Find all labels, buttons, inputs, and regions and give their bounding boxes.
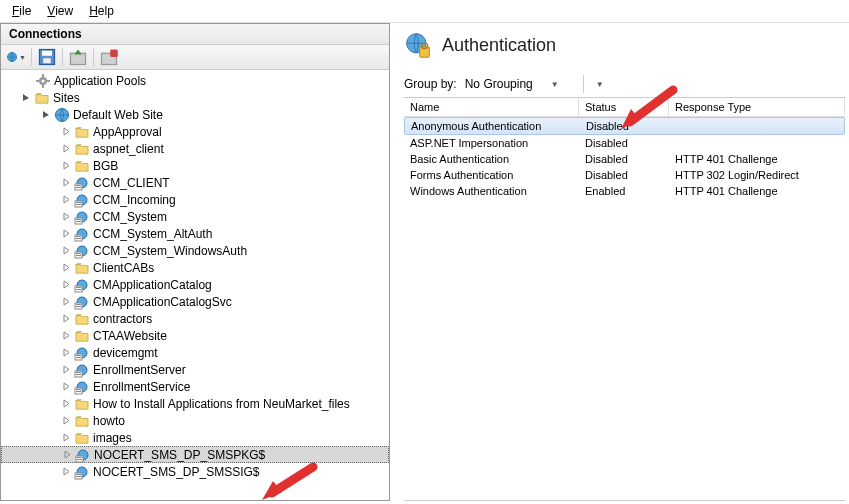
svg-rect-37 xyxy=(76,289,81,290)
tree-item[interactable]: How to Install Applications from NeuMark… xyxy=(1,395,389,412)
app-icon xyxy=(74,379,90,395)
folder-icon xyxy=(74,260,90,276)
column-name[interactable]: Name xyxy=(404,98,579,117)
svg-rect-61 xyxy=(76,476,81,477)
list-row[interactable]: Windows AuthenticationEnabledHTTP 401 Ch… xyxy=(404,183,845,199)
groupby-extra-dropdown[interactable]: ▼ xyxy=(596,80,604,89)
tree-item[interactable]: EnrollmentServer xyxy=(1,361,389,378)
svg-rect-52 xyxy=(76,389,81,390)
tree-expand-icon[interactable] xyxy=(61,415,72,426)
connections-tree[interactable]: Application PoolsSitesDefault Web SiteAp… xyxy=(1,70,389,500)
tree-item[interactable]: aspnet_client xyxy=(1,140,389,157)
nav-up-button[interactable] xyxy=(67,47,89,67)
folder-icon xyxy=(74,158,90,174)
tree-expand-icon[interactable] xyxy=(61,313,72,324)
svg-rect-48 xyxy=(76,372,81,373)
menu-file[interactable]: File xyxy=(12,4,31,18)
tree-expand-icon[interactable] xyxy=(61,296,72,307)
tree-expand-icon[interactable] xyxy=(61,143,72,154)
connections-panel: Connections ▼ Application PoolsSitesDefa… xyxy=(0,23,390,501)
tree-item[interactable]: ClientCABs xyxy=(1,259,389,276)
tree-expand-icon[interactable] xyxy=(61,364,72,375)
tree-item[interactable]: BGB xyxy=(1,157,389,174)
tree-item[interactable]: CMApplicationCatalogSvc xyxy=(1,293,389,310)
list-row[interactable]: ASP.NET ImpersonationDisabled xyxy=(404,135,845,151)
save-button[interactable] xyxy=(36,47,58,67)
tree-item[interactable]: CCM_Incoming xyxy=(1,191,389,208)
folder-icon xyxy=(74,141,90,157)
connections-title: Connections xyxy=(1,24,389,45)
svg-rect-25 xyxy=(76,221,81,222)
list-row[interactable]: Anonymous AuthenticationDisabled xyxy=(404,117,845,135)
tree-item[interactable]: EnrollmentService xyxy=(1,378,389,395)
tree-expand-icon[interactable] xyxy=(61,126,72,137)
column-status[interactable]: Status xyxy=(579,98,669,117)
tree-expand-icon[interactable] xyxy=(61,211,72,222)
tree-item[interactable]: NOCERT_SMS_DP_SMSSIG$ xyxy=(1,463,389,480)
menu-view[interactable]: View xyxy=(47,4,73,18)
svg-rect-3 xyxy=(43,58,51,63)
tree-item[interactable]: CCM_System xyxy=(1,208,389,225)
menu-help[interactable]: Help xyxy=(89,4,114,18)
tree-expand-icon[interactable] xyxy=(61,466,72,477)
tree-expand-icon[interactable] xyxy=(61,194,72,205)
svg-rect-33 xyxy=(76,255,81,256)
list-header: Name Status Response Type xyxy=(404,98,845,117)
tree-expand-icon[interactable] xyxy=(61,381,72,392)
tree-expand-icon[interactable] xyxy=(61,330,72,341)
tree-expand-icon[interactable] xyxy=(61,262,72,273)
groupby-select[interactable]: No Grouping ▼ xyxy=(463,76,561,92)
app-icon xyxy=(74,175,90,191)
svg-rect-32 xyxy=(76,253,81,254)
tree-expand-icon[interactable] xyxy=(61,347,72,358)
svg-rect-8 xyxy=(42,74,44,77)
tree-collapse-icon[interactable] xyxy=(41,109,52,120)
svg-rect-29 xyxy=(76,238,81,239)
connect-button[interactable]: ▼ xyxy=(5,47,27,67)
tree-item[interactable]: contractors xyxy=(1,310,389,327)
tree-collapse-icon[interactable] xyxy=(21,92,32,103)
list-row[interactable]: Forms AuthenticationDisabledHTTP 302 Log… xyxy=(404,167,845,183)
tree-expand-icon[interactable] xyxy=(61,432,72,443)
list-row[interactable]: Basic AuthenticationDisabledHTTP 401 Cha… xyxy=(404,151,845,167)
app-icon xyxy=(74,209,90,225)
tree-expand-icon[interactable] xyxy=(61,177,72,188)
tree-item-sites[interactable]: Sites xyxy=(1,89,389,106)
tree-expand-icon[interactable] xyxy=(61,279,72,290)
tree-expand-icon[interactable] xyxy=(62,449,73,460)
tree-item[interactable]: AppApproval xyxy=(1,123,389,140)
folder-icon xyxy=(74,430,90,446)
folder-icon xyxy=(74,328,90,344)
tree-item[interactable]: CCM_CLIENT xyxy=(1,174,389,191)
stop-button[interactable] xyxy=(98,47,120,67)
tree-item[interactable]: CCM_System_WindowsAuth xyxy=(1,242,389,259)
column-response[interactable]: Response Type xyxy=(669,98,845,117)
tree-item[interactable]: CTAAWebsite xyxy=(1,327,389,344)
tree-item[interactable]: images xyxy=(1,429,389,446)
svg-rect-17 xyxy=(76,187,81,188)
svg-rect-49 xyxy=(76,374,81,375)
svg-rect-44 xyxy=(76,355,81,356)
authentication-list: Name Status Response Type Anonymous Auth… xyxy=(404,97,845,501)
tree-item-default-site[interactable]: Default Web Site xyxy=(1,106,389,123)
svg-rect-16 xyxy=(76,185,81,186)
app-icon xyxy=(74,362,90,378)
svg-rect-6 xyxy=(110,50,118,58)
tree-item[interactable]: CMApplicationCatalog xyxy=(1,276,389,293)
gear-icon xyxy=(35,73,51,89)
tree-item[interactable]: devicemgmt xyxy=(1,344,389,361)
tree-expand-icon[interactable] xyxy=(61,228,72,239)
tree-item-app-pools[interactable]: Application Pools xyxy=(1,72,389,89)
tree-expand-icon[interactable] xyxy=(61,160,72,171)
svg-rect-45 xyxy=(76,357,81,358)
tree-item[interactable]: howto xyxy=(1,412,389,429)
svg-rect-2 xyxy=(42,51,52,56)
tree-expand-icon[interactable] xyxy=(61,245,72,256)
tree-item[interactable]: CCM_System_AltAuth xyxy=(1,225,389,242)
tree-item[interactable]: NOCERT_SMS_DP_SMSPKG$ xyxy=(1,446,389,463)
svg-rect-56 xyxy=(77,457,82,458)
groupby-row: Group by: No Grouping ▼ ▼ xyxy=(404,75,845,93)
app-icon xyxy=(74,464,90,480)
folder-icon xyxy=(74,311,90,327)
tree-expand-icon[interactable] xyxy=(61,398,72,409)
